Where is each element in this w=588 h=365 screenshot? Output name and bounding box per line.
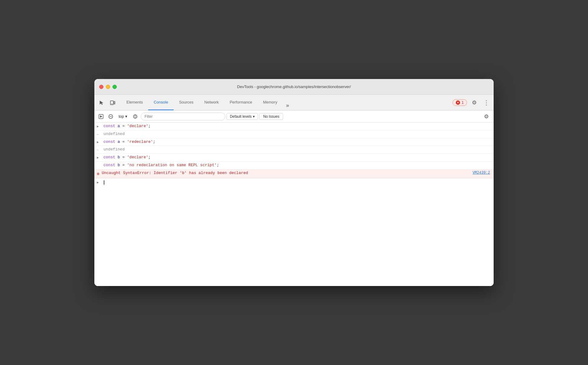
console-line: ← undefined: [94, 130, 494, 138]
tabs: Elements Console Sources Network Perform…: [121, 95, 452, 110]
minimize-button[interactable]: [106, 85, 110, 89]
devtools-panel: Elements Console Sources Network Perform…: [94, 95, 494, 286]
maximize-button[interactable]: [113, 85, 117, 89]
error-file-link[interactable]: VM2439:2: [472, 170, 494, 176]
expand-arrow[interactable]: ▶: [97, 140, 101, 145]
live-expressions-button[interactable]: [131, 112, 139, 121]
console-input-line[interactable]: ▶: [94, 178, 494, 187]
svg-rect-1: [114, 101, 115, 104]
console-line: ← undefined: [94, 146, 494, 154]
svg-rect-0: [110, 101, 113, 105]
error-icon: ✕: [456, 100, 460, 105]
cursor-blink: [104, 180, 104, 185]
tab-bar-right: ✕ 1 ⚙ ⋮: [452, 98, 491, 107]
context-selector[interactable]: top ▾: [116, 113, 130, 119]
clear-console-button[interactable]: [106, 112, 115, 121]
error-circle-icon: ⊗: [97, 171, 99, 177]
close-button[interactable]: [99, 85, 103, 89]
window-title: DevTools - googlechrome.github.io/sample…: [237, 84, 351, 89]
error-console-line: ⊗ Uncaught SyntaxError: Identifier 'b' h…: [94, 169, 494, 178]
tab-elements[interactable]: Elements: [121, 95, 148, 110]
console-input[interactable]: [103, 179, 104, 186]
tab-bar: Elements Console Sources Network Perform…: [94, 95, 494, 110]
expand-arrow[interactable]: ▶: [97, 124, 101, 130]
more-tabs-button[interactable]: »: [283, 100, 292, 110]
expand-arrow[interactable]: ▶: [97, 155, 101, 161]
svg-point-8: [134, 116, 136, 117]
device-toolbar-button[interactable]: [108, 98, 117, 107]
settings-button[interactable]: ⚙: [469, 98, 479, 107]
tab-console[interactable]: Console: [148, 95, 174, 110]
console-output[interactable]: ▶ const a = 'declare'; ← undefined ▶ con…: [94, 123, 494, 286]
output-arrow: ←: [97, 147, 101, 153]
svg-marker-4: [100, 115, 102, 118]
tab-icons-left: [97, 98, 117, 107]
tab-sources[interactable]: Sources: [174, 95, 199, 110]
log-levels-button[interactable]: Default levels ▾: [227, 113, 258, 120]
console-line: ▶ const b = 'no redeclaration on same RE…: [94, 162, 494, 169]
execute-button[interactable]: [97, 112, 105, 121]
tab-performance[interactable]: Performance: [224, 95, 257, 110]
more-options-button[interactable]: ⋮: [482, 98, 491, 107]
devtools-window: DevTools - googlechrome.github.io/sample…: [94, 79, 494, 286]
input-prompt-arrow: ▶: [97, 180, 101, 186]
inspect-element-button[interactable]: [97, 98, 106, 107]
console-line: ▶ const a = 'redeclare';: [94, 138, 494, 146]
traffic-lights: [99, 85, 117, 89]
error-badge[interactable]: ✕ 1: [452, 99, 467, 106]
tab-network[interactable]: Network: [199, 95, 224, 110]
title-bar: DevTools - googlechrome.github.io/sample…: [94, 79, 494, 95]
output-arrow: ←: [97, 132, 101, 137]
console-line: ▶ const a = 'declare';: [94, 123, 494, 130]
console-toolbar: top ▾ Default levels ▾ No Issues ⚙: [94, 110, 494, 123]
console-line: ▶ const b = 'declare';: [94, 154, 494, 162]
filter-input[interactable]: [141, 113, 225, 120]
console-settings-button[interactable]: ⚙: [482, 112, 491, 121]
no-issues-button[interactable]: No Issues: [259, 113, 283, 120]
tab-memory[interactable]: Memory: [258, 95, 283, 110]
